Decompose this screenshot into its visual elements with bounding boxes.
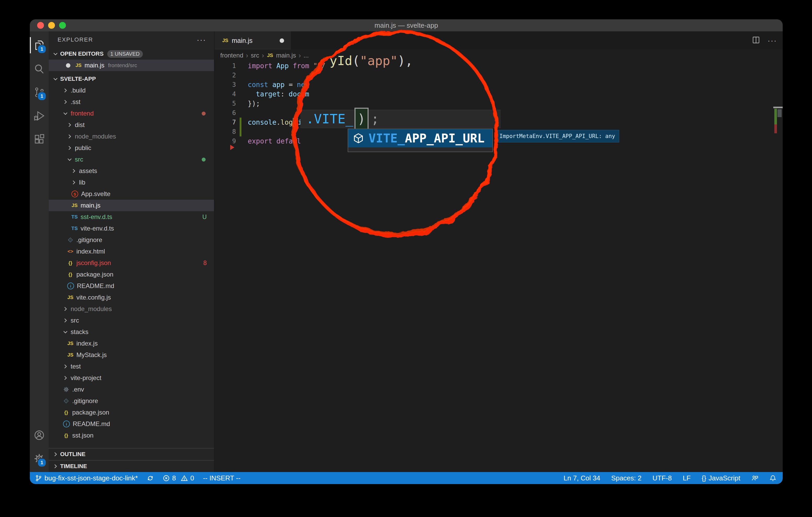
warning-count: 0 [190,474,194,482]
feedback-button[interactable] [751,475,758,482]
language-mode[interactable]: {} JavaScript [702,474,740,482]
line-number: 2 [214,70,236,80]
eol-setting[interactable]: LF [683,474,691,482]
suggest-item-selected[interactable]: VITE_APP_API_URL [348,129,492,147]
chevron-right-icon [52,463,59,469]
tree-item-sst.json[interactable]: {}sst.json [49,430,214,441]
tree-item-vite.config.js[interactable]: JSvite.config.js [49,292,214,303]
timeline-section-header[interactable]: TIMELINE [49,460,214,472]
editor-more-actions-icon[interactable]: ··· [767,39,777,42]
code-line-4[interactable]: 4 target: docum [214,89,783,99]
vim-mode-indicator[interactable]: -- INSERT -- [203,474,240,482]
chevron-right-icon [62,87,68,94]
js-file-icon: JS [66,341,74,346]
activity-bar-item-search[interactable] [30,57,49,81]
line-number: 1 [214,61,236,70]
code-line-3[interactable]: 3const app = new [214,80,783,89]
chevron-down-icon [52,76,59,82]
tree-item-jsconfig.json[interactable]: {}jsconfig.json8 [49,257,214,269]
tree-item-MyStack.js[interactable]: JSMyStack.js [49,349,214,361]
encoding-setting[interactable]: UTF-8 [652,474,672,482]
activity-bar-item-source-control[interactable]: 1 [30,81,49,104]
tree-item-.env[interactable]: .env [49,384,214,395]
chevron-right-icon [62,99,68,105]
tab-main-js[interactable]: JS main.js [214,31,291,50]
sidebar-more-actions-icon[interactable]: ··· [197,38,206,41]
activity-bar-item-explorer[interactable]: 1 [30,33,49,57]
tree-item-.sst[interactable]: .sst [49,96,214,108]
tree-item-README.md[interactable]: iREADME.md [49,418,214,430]
code-line-5[interactable]: 5}); [214,99,783,108]
problems-status[interactable]: 8 0 [163,474,194,482]
outline-label: OUTLINE [60,451,86,458]
tree-item-index.js[interactable]: JSindex.js [49,338,214,349]
tree-item-dist[interactable]: dist [49,119,214,131]
tree-item-label: .sst [70,98,80,105]
cursor-position[interactable]: Ln 7, Col 34 [563,474,600,482]
git-branch-status[interactable]: bug-fix-sst-json-stage-doc-link* [35,474,138,482]
tree-item-label: jsconfig.json [77,259,111,267]
tree-item-package.json[interactable]: {}package.json [49,407,214,418]
activity-bar-item-extensions[interactable] [30,127,49,151]
tree-item-src[interactable]: src [49,315,214,326]
tree-item-lib[interactable]: lib [49,177,214,188]
activity-bar-item-run-and-debug[interactable] [30,104,49,127]
tree-item-README.md[interactable]: iREADME.md [49,280,214,292]
breadcrumb-tail[interactable]: ... [303,52,309,59]
status-bar: bug-fix-sst-json-stage-doc-link* 8 0 -- … [30,472,783,484]
chevron-right-icon [52,451,59,457]
readme-info-icon: i [63,421,70,427]
tree-item-node-modules[interactable]: node_modules [49,303,214,315]
code-line-2[interactable]: 2 [214,70,783,80]
split-editor-icon[interactable] [752,36,760,45]
chevron-right-icon [66,145,73,151]
tree-item-src[interactable]: src [49,154,214,165]
tree-item-main.js[interactable]: JSmain.js [49,200,214,211]
notifications-button[interactable] [770,475,776,482]
activity-bar-item-accounts[interactable] [30,423,49,447]
tree-item-App.svelte[interactable]: SApp.svelte [49,188,214,200]
tree-item-vite-env.d.ts[interactable]: TSvite-env.d.ts [49,223,214,234]
activity-bar-bottom: 1 [30,423,49,470]
tree-item-stacks[interactable]: stacks [49,326,214,338]
json-file-icon: {} [62,433,70,438]
maximize-window-icon[interactable] [59,22,66,29]
window-controls [37,22,66,29]
tree-item-label: .env [72,386,84,393]
breadcrumb-item[interactable]: src [251,52,259,59]
js-file-icon: JS [66,352,74,358]
tree-item-public[interactable]: public [49,142,214,154]
tree-item-frontend[interactable]: frontend [49,108,214,119]
tree-item-.build[interactable]: .build [49,85,214,96]
overview-ruler-error-mark [774,124,777,133]
open-editor-item-main-js[interactable]: JS main.js frontend/src [49,60,214,71]
breadcrumb-item[interactable]: frontend [220,52,243,59]
tree-item-.gitignore[interactable]: .gitignore [49,395,214,407]
tree-item-sst-env.d.ts[interactable]: TSsst-env.d.tsU [49,211,214,223]
close-window-icon[interactable] [37,22,44,29]
workspace-root-header[interactable]: SVELTE-APP [49,73,214,85]
tree-item-label: index.html [77,248,105,255]
breadcrumb[interactable]: frontend › src › JS main.js › ... [214,50,783,61]
code-text: target: docum [236,89,309,99]
indentation-setting[interactable]: Spaces: 2 [611,474,642,482]
open-editors-section-header[interactable]: OPEN EDITORS 1 UNSAVED [49,48,214,60]
tree-item-node-modules[interactable]: node_modules [49,131,214,142]
tree-item-test[interactable]: test [49,361,214,372]
breadcrumb-file[interactable]: main.js [276,52,296,59]
tree-item-index.html[interactable]: <>index.html [49,246,214,257]
tree-item-package.json[interactable]: {}package.json [49,269,214,280]
outline-section-header[interactable]: OUTLINE [49,448,214,460]
scrollbar-thumb[interactable] [778,109,782,117]
tree-item-.gitignore[interactable]: .gitignore [49,234,214,246]
line-number: 6 [214,108,236,118]
tree-item-label: package.json [77,271,113,278]
minimize-window-icon[interactable] [48,22,55,29]
tree-item-assets[interactable]: assets [49,165,214,177]
sync-button[interactable] [147,475,154,482]
activity-bar-item-manage[interactable]: 1 [30,447,49,470]
line-number: 8 [214,127,236,136]
tree-item-vite-project[interactable]: vite-project [49,372,214,384]
code-line-1[interactable]: 1import App from "./ [214,61,783,70]
unsaved-dot-icon[interactable] [280,38,284,43]
